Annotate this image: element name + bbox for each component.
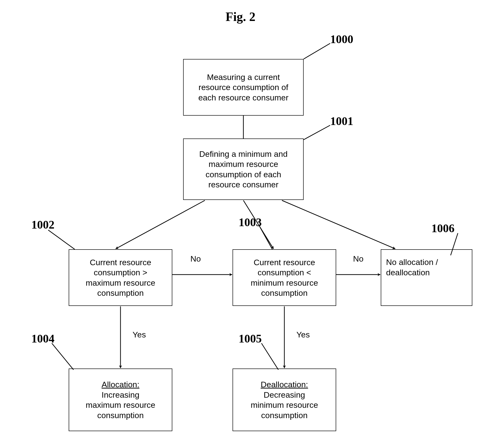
ref-1001: 1001 bbox=[330, 114, 353, 128]
box-1000-measure: Measuring a current resource consumption… bbox=[183, 59, 304, 116]
ref-1004: 1004 bbox=[31, 332, 54, 345]
box-1001-line-1: maximum resource bbox=[209, 159, 278, 169]
box-1004-line-2: consumption bbox=[97, 410, 144, 420]
box-1004-heading: Allocation: bbox=[102, 379, 140, 390]
box-1006-no-alloc: No allocation / deallocation bbox=[381, 249, 472, 306]
box-1005-line-1: minimum resource bbox=[251, 400, 318, 410]
box-1002-line-3: consumption bbox=[97, 288, 144, 298]
box-1005-heading: Deallocation: bbox=[261, 379, 308, 390]
box-1005-deallocation: Deallocation: Decreasing minimum resourc… bbox=[233, 368, 336, 431]
box-1002-line-1: consumption > bbox=[94, 267, 147, 278]
edge-label-yes-1: Yes bbox=[133, 330, 146, 339]
diagram-canvas: Fig. 2 Measuring a current resource cons… bbox=[0, 0, 481, 448]
box-1006-line-0: No allocation / bbox=[386, 257, 438, 267]
box-1001-line-3: resource consumer bbox=[208, 179, 278, 190]
box-1003-line-0: Current resource bbox=[254, 257, 315, 268]
edge-label-no-2: No bbox=[353, 254, 363, 264]
svg-line-3 bbox=[282, 200, 395, 249]
ref-1003: 1003 bbox=[239, 216, 262, 229]
ref-1000: 1000 bbox=[330, 32, 353, 46]
box-1002-gt-max: Current resource consumption > maximum r… bbox=[69, 249, 172, 306]
box-1003-line-1: consumption < bbox=[258, 267, 311, 278]
box-1004-allocation: Allocation: Increasing maximum resource … bbox=[69, 368, 172, 431]
ref-1002: 1002 bbox=[31, 218, 54, 231]
box-1000-line-2: each resource consumer bbox=[198, 93, 288, 103]
box-1006-line-1: deallocation bbox=[386, 267, 430, 278]
box-1004-line-1: maximum resource bbox=[86, 400, 155, 410]
box-1003-line-2: minimum resource bbox=[251, 278, 318, 288]
box-1001-line-2: consumption of each bbox=[206, 169, 281, 180]
box-1001-define: Defining a minimum and maximum resource … bbox=[183, 139, 304, 200]
box-1002-line-2: maximum resource bbox=[86, 278, 155, 288]
box-1000-line-0: Measuring a current bbox=[207, 72, 280, 82]
box-1004-line-0: Increasing bbox=[102, 390, 140, 400]
svg-line-10 bbox=[48, 230, 75, 249]
ref-1006: 1006 bbox=[431, 222, 454, 235]
figure-title: Fig. 2 bbox=[192, 10, 289, 24]
box-1005-line-0: Decreasing bbox=[264, 390, 305, 400]
box-1002-line-0: Current resource bbox=[90, 257, 151, 268]
ref-1005: 1005 bbox=[239, 332, 262, 345]
box-1003-line-3: consumption bbox=[261, 288, 308, 298]
svg-line-9 bbox=[304, 125, 330, 140]
svg-line-8 bbox=[304, 43, 330, 59]
svg-line-1 bbox=[116, 200, 205, 249]
svg-line-14 bbox=[262, 343, 278, 370]
svg-line-13 bbox=[52, 343, 74, 370]
box-1005-line-2: consumption bbox=[261, 410, 308, 420]
box-1003-lt-min: Current resource consumption < minimum r… bbox=[233, 249, 336, 306]
svg-line-11 bbox=[260, 228, 272, 249]
edge-label-no-1: No bbox=[190, 254, 201, 264]
box-1000-line-1: resource consumption of bbox=[199, 82, 288, 93]
edge-label-yes-2: Yes bbox=[296, 330, 310, 339]
box-1001-line-0: Defining a minimum and bbox=[199, 149, 288, 159]
